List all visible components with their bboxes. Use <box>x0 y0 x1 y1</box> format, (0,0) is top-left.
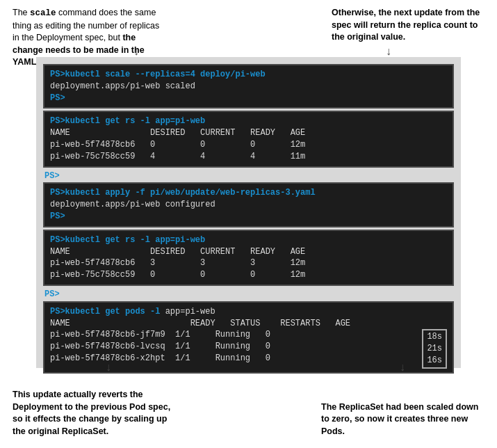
scale-code: scale <box>30 8 56 18</box>
ps-plain-2: PS> <box>43 288 454 301</box>
terminal-area: ↓ ↓ PS>kubectl scale --replicas=4 deploy… <box>36 57 461 368</box>
age-val2: 21s <box>427 343 442 355</box>
age-val1: 18s <box>427 331 442 343</box>
age-bracket-box: 18s 21s 16s <box>422 329 447 368</box>
terminal-block-apply: PS>kubectl apply -f pi/web/update/web-re… <box>43 182 454 227</box>
bottom-left-annotation: This update actually reverts the Deploym… <box>13 389 179 438</box>
arrow-down-left-top: ↓ <box>133 46 139 57</box>
apply-ps: PS> <box>50 211 447 223</box>
rs2-row2: pi-web-75c758cc59 0 0 0 12m <box>50 269 447 281</box>
terminal-block-rs1: PS>kubectl get rs -l app=pi-web NAME DES… <box>43 111 454 167</box>
ps-plain-1: PS> <box>43 170 454 183</box>
arrow-down-left-bottom: ↓ <box>106 361 111 374</box>
rs2-row1: pi-web-5f74878cb6 3 3 3 12m <box>50 257 447 269</box>
scale-cmd-line: PS>kubectl scale --replicas=4 deploy/pi-… <box>50 69 447 81</box>
arrow-down-right-top: ↓ <box>386 46 391 57</box>
apply-output: deployment.apps/pi-web configured <box>50 199 447 211</box>
pods-header: NAME READY STATUS RESTARTS AGE <box>50 318 447 330</box>
apply-cmd: PS>kubectl apply -f pi/web/update/web-re… <box>50 187 447 199</box>
rs1-header: NAME DESIRED CURRENT READY AGE <box>50 127 447 139</box>
rs1-row1: pi-web-5f74878cb6 0 0 0 12m <box>50 139 447 151</box>
terminal-block-scale: PS>kubectl scale --replicas=4 deploy/pi-… <box>43 64 454 109</box>
top-right-annotation: Otherwise, the next update from the spec… <box>332 7 484 44</box>
rs2-cmd: PS>kubectl get rs -l app=pi-web <box>50 234 447 246</box>
rs2-header: NAME DESIRED CURRENT READY AGE <box>50 246 447 258</box>
scale-ps-line: PS> <box>50 93 447 104</box>
rs1-row2: pi-web-75c758cc59 4 4 4 11m <box>50 151 447 163</box>
arrow-down-right-bottom: ↓ <box>400 361 405 374</box>
scale-output-line: deployment.apps/pi-web scaled <box>50 81 447 93</box>
bottom-right-annotation: The ReplicaSet had been scaled down to z… <box>321 401 484 438</box>
age-val3: 16s <box>427 355 442 367</box>
pod-row1: pi-web-5f74878cb6-jf7m9 1/1 Running 0 <box>50 329 422 341</box>
pod-row2: pi-web-5f74878cb6-lvcsq 1/1 Running 0 <box>50 341 422 353</box>
rs1-cmd: PS>kubectl get rs -l app=pi-web <box>50 115 447 127</box>
pods-cmd: PS>kubectl get pods -l app=pi-web <box>50 306 447 318</box>
terminal-block-pods: PS>kubectl get pods -l app=pi-web NAME R… <box>43 301 454 374</box>
terminal-block-rs2: PS>kubectl get rs -l app=pi-web NAME DES… <box>43 230 454 286</box>
